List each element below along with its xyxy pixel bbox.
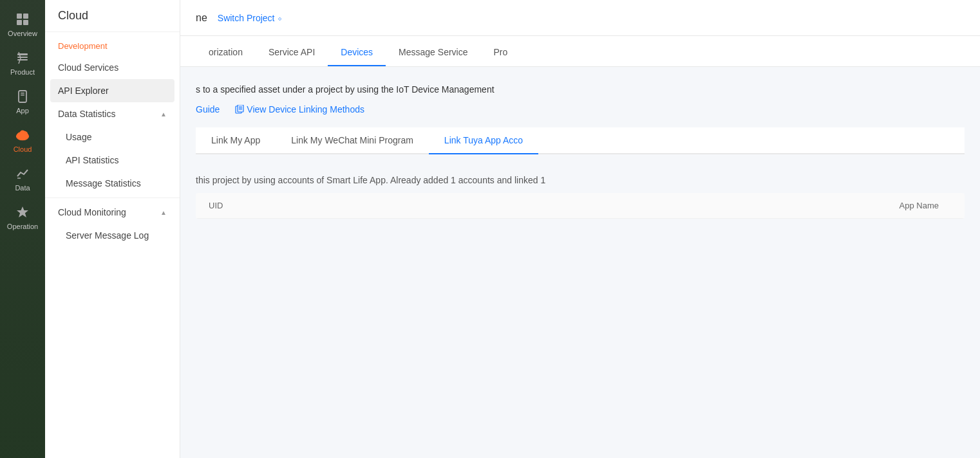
svg-marker-14 bbox=[17, 206, 28, 217]
cloud-icon bbox=[15, 127, 30, 143]
tab-devices[interactable]: Devices bbox=[328, 39, 386, 66]
menu-item-cloud-monitoring[interactable]: Cloud Monitoring ▲ bbox=[45, 201, 180, 224]
svg-rect-6 bbox=[17, 59, 28, 60]
menu-item-cloud-services[interactable]: Cloud Services bbox=[45, 56, 180, 79]
sidebar-item-app[interactable]: App bbox=[0, 82, 45, 121]
sub-tab-link-wechat[interactable]: Link My WeChat Mini Program bbox=[276, 127, 429, 154]
data-statistics-label: Data Statistics bbox=[58, 109, 115, 119]
product-icon bbox=[15, 50, 30, 66]
cloud-monitoring-label: Cloud Monitoring bbox=[58, 207, 126, 217]
icon-sidebar: Overview Product App bbox=[0, 0, 45, 458]
view-device-linking-label: View Device Linking Methods bbox=[247, 104, 364, 114]
menu-item-usage[interactable]: Usage bbox=[45, 125, 180, 149]
data-icon bbox=[15, 166, 30, 181]
sidebar-item-cloud[interactable]: Cloud bbox=[0, 121, 45, 160]
svg-rect-0 bbox=[17, 14, 22, 19]
menu-sidebar: Cloud Development Cloud Services API Exp… bbox=[45, 0, 180, 458]
view-device-linking-link[interactable]: View Device Linking Methods bbox=[235, 104, 364, 114]
sidebar-item-operation[interactable]: Operation bbox=[0, 198, 45, 237]
menu-sidebar-header: Cloud bbox=[45, 0, 180, 32]
svg-rect-2 bbox=[17, 20, 22, 25]
product-label: Product bbox=[10, 68, 35, 76]
svg-rect-5 bbox=[17, 57, 28, 58]
app-icon bbox=[15, 89, 30, 104]
links-row: Guide View Device Linking Methods bbox=[196, 104, 965, 114]
tab-message-service[interactable]: Message Service bbox=[386, 39, 480, 66]
table-column-app-name: App Name bbox=[704, 201, 952, 210]
main-content: ne Switch Project ⬦ orization Service AP… bbox=[180, 0, 980, 458]
api-explorer-label: API Explorer bbox=[58, 86, 109, 96]
description-text: s to a specified asset under a project b… bbox=[196, 82, 965, 96]
cloud-services-label: Cloud Services bbox=[58, 62, 118, 73]
info-text: this project by using accounts of Smart … bbox=[196, 167, 965, 193]
message-statistics-label: Message Statistics bbox=[66, 178, 141, 188]
tab-service-api[interactable]: Service API bbox=[256, 39, 328, 66]
usage-label: Usage bbox=[66, 132, 91, 142]
sub-tabs-bar: Link My App Link My WeChat Mini Program … bbox=[196, 127, 965, 154]
server-message-log-label: Server Message Log bbox=[66, 230, 149, 241]
tabs-bar: orization Service API Devices Message Se… bbox=[180, 36, 980, 67]
cloud-label: Cloud bbox=[14, 145, 32, 153]
svg-rect-8 bbox=[21, 93, 24, 94]
menu-item-server-message-log[interactable]: Server Message Log bbox=[45, 224, 180, 247]
svg-rect-3 bbox=[23, 20, 28, 25]
data-label: Data bbox=[15, 184, 30, 192]
menu-item-data-statistics[interactable]: Data Statistics ▲ bbox=[45, 102, 180, 125]
data-statistics-expand-icon: ▲ bbox=[160, 111, 167, 118]
tab-authorization[interactable]: orization bbox=[196, 39, 256, 66]
sub-tab-link-tuya-app[interactable]: Link Tuya App Acco bbox=[429, 127, 538, 154]
svg-rect-7 bbox=[19, 91, 26, 102]
tab-product[interactable]: Pro bbox=[480, 39, 520, 66]
development-section-title: Development bbox=[45, 32, 180, 56]
operation-icon bbox=[15, 205, 30, 220]
top-header: ne Switch Project ⬦ bbox=[180, 0, 980, 36]
svg-point-13 bbox=[19, 131, 25, 136]
menu-item-message-statistics[interactable]: Message Statistics bbox=[45, 172, 180, 195]
svg-rect-1 bbox=[23, 14, 28, 19]
sidebar-item-product[interactable]: Product bbox=[0, 44, 45, 82]
switch-project-button[interactable]: Switch Project ⬦ bbox=[218, 13, 282, 23]
switch-project-label: Switch Project bbox=[218, 13, 275, 23]
svg-rect-9 bbox=[21, 95, 24, 96]
cloud-monitoring-expand-icon: ▲ bbox=[160, 209, 167, 216]
menu-item-api-explorer[interactable]: API Explorer bbox=[50, 79, 174, 102]
sub-tab-link-my-app[interactable]: Link My App bbox=[196, 127, 276, 154]
menu-item-api-statistics[interactable]: API Statistics bbox=[45, 149, 180, 172]
app-label: App bbox=[16, 107, 29, 114]
menu-divider bbox=[45, 197, 180, 198]
switch-project-icon: ⬦ bbox=[278, 14, 282, 23]
data-table: UID App Name bbox=[196, 193, 965, 219]
operation-label: Operation bbox=[7, 223, 38, 230]
overview-icon bbox=[15, 12, 30, 27]
sidebar-item-overview[interactable]: Overview bbox=[0, 5, 45, 44]
api-statistics-label: API Statistics bbox=[66, 155, 118, 165]
page-title: ne bbox=[196, 12, 207, 24]
content-area: s to a specified asset under a project b… bbox=[180, 67, 980, 458]
table-column-uid: UID bbox=[209, 201, 457, 210]
sidebar-item-data[interactable]: Data bbox=[0, 160, 45, 198]
overview-label: Overview bbox=[8, 30, 37, 37]
guide-link[interactable]: Guide bbox=[196, 104, 220, 114]
table-header: UID App Name bbox=[196, 193, 965, 219]
